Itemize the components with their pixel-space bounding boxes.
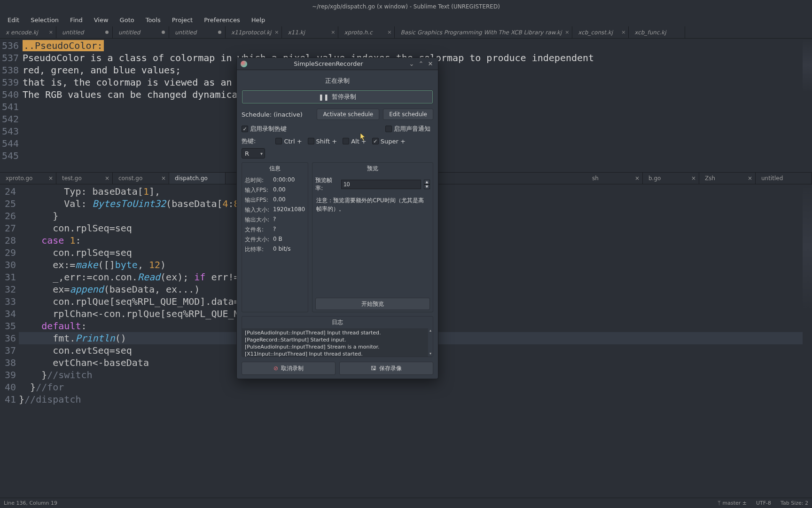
tab-close-icon[interactable]: × — [748, 175, 752, 182]
status-cursor-pos: Line 136, Column 19 — [4, 500, 57, 506]
tab-x11-kj[interactable]: x11.kj× — [282, 26, 338, 38]
tab-x11protocol-kj[interactable]: x11protocol.kj× — [226, 26, 282, 38]
tab-Basic-Graphics-Programming-With-The-XCB-Library-raw-kj[interactable]: Basic Graphics Programming With The XCB … — [395, 26, 572, 38]
preview-panel-title: 预览 — [312, 163, 433, 175]
tab-x-encode-kj[interactable]: x encode.kj× — [0, 26, 56, 38]
tab-bar-top: x encode.kj×untitleduntitleduntitledx11p… — [0, 26, 812, 39]
tab-test-go[interactable]: test.go× — [56, 173, 113, 184]
hotkey-key-select[interactable]: R — [242, 148, 265, 159]
gutter-bottom: 242526272829303132333435363738394041 — [0, 184, 16, 498]
tab-untitled[interactable]: untitled — [56, 26, 113, 38]
preview-fps-input[interactable] — [341, 180, 421, 189]
status-tabsize[interactable]: Tab Size: 2 — [781, 500, 808, 506]
hotkey-label: 热键: — [242, 137, 256, 145]
close-icon[interactable]: ✕ — [427, 60, 434, 67]
preview-fps-label: 预览帧率: — [315, 176, 338, 192]
tab-xproto-h-c[interactable]: xproto.h.c× — [338, 26, 395, 38]
tab-sh[interactable]: sh× — [586, 173, 643, 184]
menu-selection[interactable]: Selection — [25, 16, 64, 24]
menu-bar: EditSelectionFindViewGotoToolsProjectPre… — [0, 13, 812, 26]
tab-close-icon[interactable]: × — [161, 175, 166, 182]
minimap-bottom[interactable] — [803, 184, 812, 498]
dirty-indicator-icon — [218, 31, 221, 34]
window-titlebar: ~/rep/xgb/dispatch.go (x window) - Subli… — [0, 0, 812, 13]
log-textarea[interactable]: [PulseAudioInput::InputThread] Input thr… — [242, 328, 433, 357]
maximize-icon[interactable]: ⌃ — [417, 60, 425, 67]
status-encoding[interactable]: UTF-8 — [756, 500, 771, 506]
preview-panel: 预览 预览帧率: ▲▼ 注意：预览需要额外的CPU时间（尤其是高帧率的）。 开始… — [312, 162, 433, 312]
tab-const-go[interactable]: const.go× — [113, 173, 169, 184]
menu-goto[interactable]: Goto — [114, 16, 140, 24]
info-panel-title: 信息 — [242, 163, 308, 175]
tab-close-icon[interactable]: × — [105, 175, 109, 182]
tab-close-icon[interactable]: × — [635, 175, 640, 182]
log-panel-title: 日志 — [242, 317, 433, 328]
menu-help[interactable]: Help — [246, 16, 271, 24]
minimize-icon[interactable]: ⌄ — [408, 60, 415, 67]
tab-close-icon[interactable]: × — [274, 29, 279, 35]
shift-checkbox[interactable] — [308, 138, 314, 144]
app-icon — [241, 61, 247, 67]
menu-preferences[interactable]: Preferences — [198, 16, 245, 24]
tab-untitled[interactable]: untitled — [113, 26, 169, 38]
tab-close-icon[interactable]: × — [49, 29, 53, 35]
gutter-top: 536537538539540541542543544545 — [0, 39, 19, 172]
menu-view[interactable]: View — [88, 16, 114, 24]
activate-schedule-button[interactable]: Activate schedule — [317, 109, 379, 120]
tab-xcb_func-kj[interactable]: xcb_func.kj — [629, 26, 685, 38]
menu-edit[interactable]: Edit — [2, 16, 25, 24]
tab-close-icon[interactable]: × — [691, 175, 696, 182]
tab-untitled[interactable]: untitled — [756, 173, 812, 184]
tab-close-icon[interactable]: × — [331, 29, 335, 35]
ctrl-checkbox[interactable] — [275, 138, 282, 144]
enable-hotkey-label: 启用录制热键 — [250, 125, 287, 133]
cancel-icon: ⊘ — [273, 365, 278, 372]
dialog-title: SimpleScreenRecorder — [251, 60, 406, 67]
dirty-indicator-icon — [162, 31, 165, 34]
tab-close-icon[interactable]: × — [48, 175, 53, 182]
tab-untitled[interactable]: untitled — [169, 26, 226, 38]
tab-close-icon[interactable]: × — [621, 29, 625, 35]
pause-recording-button[interactable]: ❚❚ 暂停录制 — [242, 90, 433, 104]
status-bar: Line 136, Column 19 ᛘ master ± UTF-8 Tab… — [0, 498, 812, 508]
enable-sound-label: 启用声音通知 — [394, 125, 430, 133]
log-scrollbar[interactable]: ▴▾ — [428, 328, 433, 357]
alt-checkbox[interactable] — [343, 138, 349, 144]
pause-icon: ❚❚ — [319, 94, 329, 101]
info-panel: 信息 总时间:0:00:00 输入FPS:0.00 输出FPS:0.00 输入大… — [242, 162, 308, 312]
tab-close-icon[interactable]: × — [565, 29, 569, 35]
super-checkbox[interactable]: ✓ — [372, 138, 379, 144]
tab-dispatch-go[interactable]: dispatch.go — [169, 173, 226, 184]
start-preview-button[interactable]: 开始预览 — [315, 298, 430, 310]
status-git-branch[interactable]: ᛘ master ± — [718, 500, 747, 506]
save-recording-button[interactable]: 🖫 保存录像 — [339, 362, 433, 375]
enable-hotkey-checkbox[interactable]: ✓ — [242, 126, 248, 132]
cancel-recording-button[interactable]: ⊘ 取消录制 — [242, 362, 336, 375]
tab-xproto-go[interactable]: xproto.go× — [0, 173, 56, 184]
preview-note: 注意：预览需要额外的CPU时间（尤其是高帧率的）。 — [312, 194, 433, 215]
menu-project[interactable]: Project — [166, 16, 198, 24]
schedule-status: Schedule: (inactive) — [242, 111, 313, 118]
preview-fps-spinner[interactable]: ▲▼ — [424, 180, 430, 189]
tab-xcb_const-kj[interactable]: xcb_const.kj× — [572, 26, 629, 38]
tab-close-icon[interactable]: × — [387, 29, 391, 35]
menu-tools[interactable]: Tools — [140, 16, 166, 24]
minimap-top[interactable] — [803, 39, 812, 172]
edit-schedule-button[interactable]: Edit schedule — [383, 109, 433, 120]
enable-sound-checkbox[interactable] — [385, 126, 392, 132]
screen-recorder-dialog: SimpleScreenRecorder ⌄ ⌃ ✕ 正在录制 ❚❚ 暂停录制 … — [236, 57, 438, 379]
dirty-indicator-icon — [105, 31, 109, 34]
save-icon: 🖫 — [371, 365, 376, 372]
tab-Zsh[interactable]: Zsh× — [699, 173, 756, 184]
menu-find[interactable]: Find — [64, 16, 88, 24]
recording-status: 正在录制 — [242, 74, 433, 88]
tab-b-go[interactable]: b.go× — [643, 173, 699, 184]
log-panel: 日志 [PulseAudioInput::InputThread] Input … — [242, 316, 433, 357]
